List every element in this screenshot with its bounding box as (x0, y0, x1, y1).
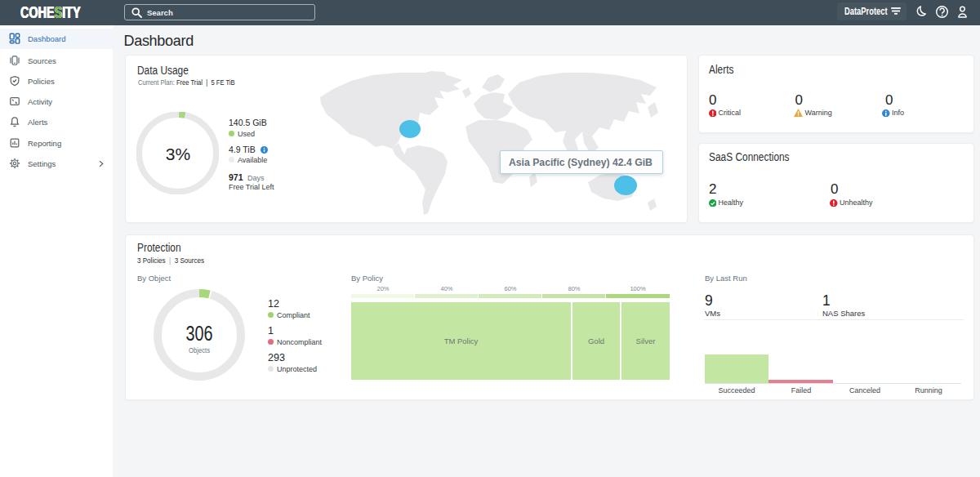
svg-text:Objects: Objects (189, 345, 210, 354)
svg-text:3%: 3% (166, 145, 190, 163)
svg-text:306: 306 (186, 322, 213, 345)
